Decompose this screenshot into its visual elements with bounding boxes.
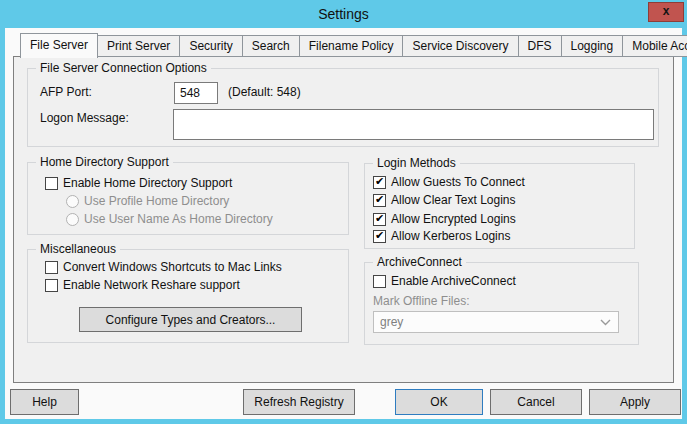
help-button[interactable]: Help <box>10 389 79 415</box>
check-icon: ✔ <box>375 176 384 187</box>
allow-clear-text-checkbox[interactable]: ✔ Allow Clear Text Logins <box>373 192 516 208</box>
checkbox-icon: ✔ <box>373 176 386 189</box>
checkbox-icon <box>373 275 386 288</box>
checkbox-icon <box>45 177 58 190</box>
afp-port-input[interactable] <box>174 82 218 104</box>
group-connection-options: File Server Connection Options AFP Port:… <box>27 68 659 147</box>
logon-message-input[interactable] <box>173 109 654 140</box>
tab-bar: File Server Print Server Security Search… <box>20 33 687 58</box>
enable-archive-connect-checkbox[interactable]: Enable ArchiveConnect <box>373 273 516 289</box>
group-miscellaneous: Miscellaneous Convert Windows Shortcuts … <box>27 249 349 343</box>
afp-port-label: AFP Port: <box>40 85 92 99</box>
cancel-button[interactable]: Cancel <box>490 389 582 415</box>
mark-offline-files-dropdown: grey <box>373 311 619 333</box>
tab-service-discovery[interactable]: Service Discovery <box>402 35 518 57</box>
checkbox-icon <box>45 279 58 292</box>
enable-home-directory-checkbox[interactable]: Enable Home Directory Support <box>45 175 232 191</box>
mark-offline-files-label: Mark Offline Files: <box>373 294 469 308</box>
network-reshare-checkbox[interactable]: Enable Network Reshare support <box>45 277 240 293</box>
check-icon: ✔ <box>375 230 384 241</box>
group-archive-connect-legend: ArchiveConnect <box>373 255 466 269</box>
close-button[interactable]: x <box>648 2 684 22</box>
tab-logging[interactable]: Logging <box>561 35 624 57</box>
tab-filename-policy[interactable]: Filename Policy <box>299 35 404 57</box>
tab-file-server[interactable]: File Server <box>20 33 98 58</box>
refresh-registry-button[interactable]: Refresh Registry <box>243 389 355 415</box>
check-icon: ✔ <box>375 194 384 205</box>
radio-icon <box>66 213 79 226</box>
afp-port-default-label: (Default: 548) <box>228 85 301 99</box>
group-archive-connect: ArchiveConnect Enable ArchiveConnect Mar… <box>364 262 639 345</box>
radio-icon <box>66 195 79 208</box>
ok-button[interactable]: OK <box>395 389 483 415</box>
group-connection-options-legend: File Server Connection Options <box>36 61 211 75</box>
tab-security[interactable]: Security <box>179 35 242 57</box>
checkbox-icon <box>45 261 58 274</box>
tab-print-server[interactable]: Print Server <box>97 35 180 57</box>
dropdown-value: grey <box>380 315 403 329</box>
group-login-methods: Login Methods ✔ Allow Guests To Connect … <box>364 163 635 249</box>
tab-page-file-server: File Server Connection Options AFP Port:… <box>13 56 674 383</box>
convert-shortcuts-checkbox[interactable]: Convert Windows Shortcuts to Mac Links <box>45 259 282 275</box>
titlebar: Settings <box>0 0 687 28</box>
group-home-directory-legend: Home Directory Support <box>36 155 173 169</box>
tab-mobile-access[interactable]: Mobile Access <box>622 35 687 57</box>
use-username-home-directory-radio: Use User Name As Home Directory <box>66 211 273 227</box>
logon-message-label: Logon Message: <box>40 111 129 125</box>
checkbox-icon: ✔ <box>373 213 386 226</box>
group-home-directory: Home Directory Support Enable Home Direc… <box>27 162 349 235</box>
apply-button[interactable]: Apply <box>589 389 681 415</box>
use-profile-home-directory-radio: Use Profile Home Directory <box>66 193 229 209</box>
group-miscellaneous-legend: Miscellaneous <box>36 242 120 256</box>
window-title: Settings <box>318 6 369 22</box>
allow-kerberos-checkbox[interactable]: ✔ Allow Kerberos Logins <box>373 228 510 244</box>
allow-encrypted-checkbox[interactable]: ✔ Allow Encrypted Logins <box>373 211 516 227</box>
dialog-client-area: File Server Print Server Security Search… <box>5 28 682 419</box>
check-icon: ✔ <box>375 213 384 224</box>
allow-guests-checkbox[interactable]: ✔ Allow Guests To Connect <box>373 174 525 190</box>
group-login-methods-legend: Login Methods <box>373 156 460 170</box>
checkbox-icon: ✔ <box>373 194 386 207</box>
chevron-down-icon <box>600 319 611 326</box>
close-icon: x <box>663 4 670 18</box>
checkbox-icon: ✔ <box>373 230 386 243</box>
settings-dialog: Settings x File Server Print Server Secu… <box>0 0 687 424</box>
configure-types-creators-button[interactable]: Configure Types and Creators... <box>79 307 302 332</box>
tab-dfs[interactable]: DFS <box>518 35 562 57</box>
tab-search[interactable]: Search <box>242 35 300 57</box>
